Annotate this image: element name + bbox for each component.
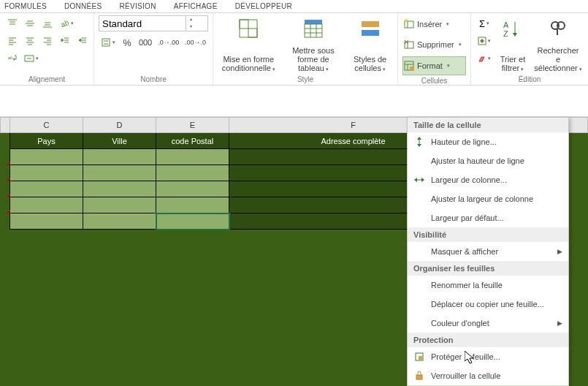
menu-autofit-row-height[interactable]: Ajuster la hauteur de ligne	[408, 151, 568, 170]
group-label-style: Style	[218, 74, 393, 83]
thousands-format-icon[interactable]: 000	[137, 34, 154, 50]
tab-revision[interactable]: RÉVISION	[120, 1, 156, 11]
group-label-number: Nombre	[99, 74, 208, 83]
insert-cells-button[interactable]: Insérer▾	[402, 15, 466, 33]
cell-styles-label: Styles de cellules	[354, 55, 386, 72]
find-select-button[interactable]: Rechercher e sélectionner▾	[532, 15, 584, 74]
align-left-icon[interactable]	[4, 33, 20, 49]
group-number: ▴▾ ▾ % 000 .0→.00 .00→.0 Nombre	[94, 13, 213, 85]
delete-cells-label: Supprimer	[417, 40, 454, 49]
align-right-icon[interactable]	[39, 33, 56, 49]
group-editing: Σ▾ ▾ ▾ AZ Trier et filtrer▾ Rechercher e…	[471, 13, 588, 85]
insert-cells-label: Insérer	[417, 20, 442, 29]
format-as-table-button[interactable]: Mettre sous forme de tableau▾	[283, 15, 345, 74]
svg-point-50	[405, 19, 408, 22]
merge-cells-icon[interactable]: ▾	[22, 50, 41, 67]
find-select-label: Rechercher e sélectionner	[534, 46, 579, 72]
svg-marker-31	[13, 58, 15, 61]
svg-text:ab: ab	[60, 18, 69, 29]
menu-autofit-column-width[interactable]: Ajuster la largeur de colonne	[408, 189, 568, 208]
number-format-combo[interactable]: ▴▾	[99, 15, 208, 31]
align-center-icon[interactable]	[22, 33, 38, 49]
svg-marker-72	[414, 178, 417, 182]
svg-marker-64	[513, 33, 517, 37]
align-middle-icon[interactable]	[22, 15, 38, 31]
delete-cells-button[interactable]: Supprimer▾	[402, 36, 466, 53]
format-cells-button[interactable]: Format▾	[402, 56, 466, 75]
menu-hide-unhide[interactable]: Masquer & afficher▶	[408, 242, 568, 261]
align-bottom-icon[interactable]	[39, 15, 56, 31]
col-header-c[interactable]: C	[10, 118, 83, 133]
menu-section-organize: Organiser les feuilles	[408, 261, 568, 276]
wrap-text-icon[interactable]: ab	[4, 50, 20, 67]
header-ville: Ville	[83, 133, 156, 149]
clear-icon[interactable]: ▾	[476, 50, 493, 67]
menu-section-protection: Protection	[408, 333, 568, 347]
number-format-input[interactable]	[99, 16, 186, 31]
col-header-d[interactable]: D	[83, 118, 156, 133]
svg-text:Z: Z	[503, 29, 508, 38]
decrease-indent-icon[interactable]	[57, 33, 73, 49]
menu-rename-sheet[interactable]: Renommer la feuille	[408, 276, 568, 295]
conditional-formatting-label: Mise en forme conditionnelle	[222, 55, 274, 72]
svg-text:ab: ab	[8, 56, 13, 60]
group-label-alignment: Alignement	[4, 74, 89, 83]
cell-styles-button[interactable]: Styles de cellules▾	[347, 15, 393, 74]
tab-developpeur[interactable]: DÉVELOPPEUR	[235, 1, 292, 11]
menu-protect-sheet[interactable]: Protéger la feuille...	[408, 347, 568, 366]
tab-affichage[interactable]: AFFICHAGE	[174, 1, 218, 11]
svg-rect-41	[305, 24, 322, 37]
svg-marker-29	[79, 39, 81, 42]
svg-rect-38	[240, 20, 248, 29]
autosum-icon[interactable]: Σ▾	[476, 15, 493, 31]
svg-rect-39	[248, 29, 257, 37]
svg-rect-40	[305, 20, 322, 24]
orientation-icon[interactable]: ab▾	[57, 15, 76, 31]
ribbon-tabs: FORMULES DONNÉES RÉVISION AFFICHAGE DÉVE…	[0, 0, 588, 13]
menu-tab-color[interactable]: Couleur d'onglet▶	[408, 314, 568, 333]
svg-marker-69	[417, 137, 421, 140]
svg-rect-76	[416, 375, 422, 379]
accounting-format-icon[interactable]: ▾	[99, 34, 118, 50]
svg-text:A: A	[503, 20, 509, 29]
svg-marker-60	[480, 39, 484, 43]
percent-format-icon[interactable]: %	[119, 34, 135, 50]
align-top-icon[interactable]	[4, 15, 20, 31]
menu-section-cellsize: Taille de la cellule	[408, 118, 568, 132]
increase-decimal-icon[interactable]: .0→.00	[156, 34, 181, 50]
menu-move-copy-sheet[interactable]: Déplacer ou copier une feuille...	[408, 295, 568, 314]
col-header-blank[interactable]	[1, 118, 10, 133]
fill-icon[interactable]: ▾	[476, 33, 493, 49]
svg-marker-25	[61, 39, 64, 42]
menu-section-visibility: Visibilité	[408, 227, 568, 242]
svg-rect-34	[102, 39, 110, 46]
header-pays: Pays	[10, 133, 83, 149]
decrease-decimal-icon[interactable]: .00→.0	[183, 34, 208, 50]
formula-bar-area	[0, 86, 588, 117]
group-alignment: ab▾ ab ▾ Alignement	[0, 13, 94, 85]
menu-default-width[interactable]: Largeur par défaut...	[408, 208, 568, 227]
header-codepostal: code Postal	[156, 133, 229, 149]
svg-marker-73	[421, 178, 424, 182]
conditional-formatting-button[interactable]: Mise en forme conditionnelle▾	[218, 15, 280, 74]
group-style: Mise en forme conditionnelle▾ Mettre sou…	[213, 13, 398, 85]
increase-indent-icon[interactable]	[75, 33, 91, 49]
menu-row-height[interactable]: Hauteur de ligne...	[408, 132, 568, 151]
ribbon: ab▾ ab ▾ Alignement ▴▾ ▾ %	[0, 13, 588, 86]
menu-lock-cell[interactable]: Verrouiller la cellule	[408, 366, 568, 385]
tab-formules[interactable]: FORMULES	[4, 1, 47, 11]
col-header-e[interactable]: E	[156, 118, 229, 133]
svg-rect-75	[419, 356, 422, 360]
svg-rect-46	[362, 21, 379, 27]
svg-marker-70	[417, 144, 421, 147]
menu-column-width[interactable]: Largeur de colonne...	[408, 170, 568, 189]
svg-rect-48	[405, 21, 413, 28]
group-cells: Insérer▾ Supprimer▾ Format▾ Cellules	[398, 13, 471, 85]
tab-donnees[interactable]: DONNÉES	[64, 1, 102, 11]
sort-filter-button[interactable]: AZ Trier et filtrer▾	[496, 15, 530, 74]
worksheet-area[interactable]: C D E F H Pays Ville code Postal Adresse…	[0, 117, 588, 386]
format-dropdown-menu: Taille de la cellule Hauteur de ligne...…	[407, 117, 569, 386]
format-cells-label: Format	[417, 61, 443, 70]
svg-rect-58	[410, 67, 414, 71]
svg-rect-47	[362, 30, 379, 36]
